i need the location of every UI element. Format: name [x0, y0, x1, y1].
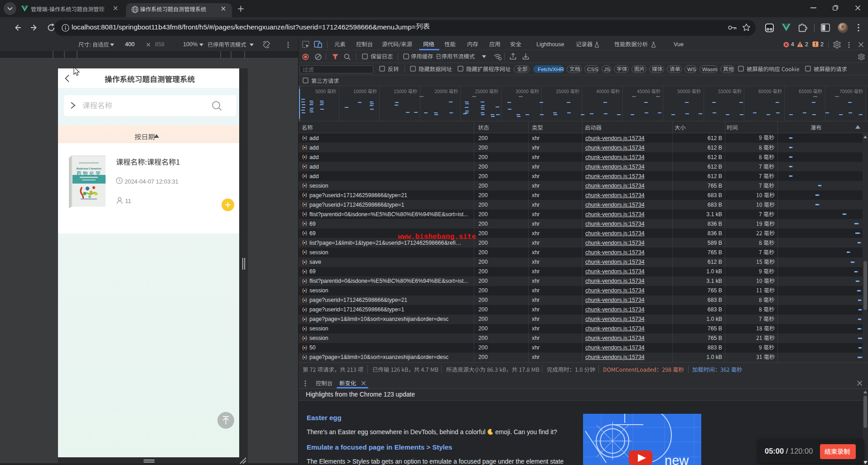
svg-text:new: new [665, 453, 689, 465]
svg-text:Medicinal Chemistry: Medicinal Chemistry [76, 167, 101, 170]
